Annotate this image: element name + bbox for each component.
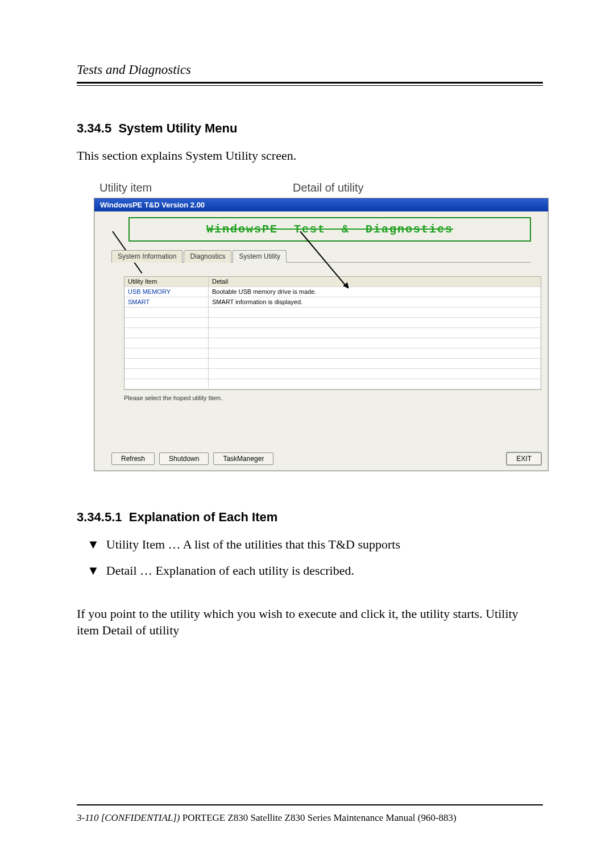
window-titlebar: WindowsPE T&D Version 2.00 [94,198,548,211]
note-paragraph: If you point to the utility which you wi… [77,605,543,639]
taskmanager-button[interactable]: TaskManeger [213,452,273,465]
footer-rule [77,804,543,805]
triangle-icon: ▼ [87,537,99,552]
tab-system-utility[interactable]: System Utility [233,250,287,263]
figure-system-utility: Utility item Detail of utility WindowsPE… [94,181,549,471]
section-title: System Utility Menu [118,121,237,135]
bullet-text: Detail … Explanation of each utility is … [106,563,354,578]
section-intro: This section explains System Utility scr… [77,147,543,164]
subsection-title: Explanation of Each Item [129,510,278,524]
footer-page-ref: 3-110 [CONFIDENTIAL]) [77,812,180,823]
dialog-window: WindowsPE T&D Version 2.00 WindowsPE Tes… [94,198,549,471]
table-row [125,318,541,328]
table-row [125,328,541,338]
bullet-text: Utility Item … A list of the utilities t… [106,537,400,552]
section-number: 3.34.5 [77,121,111,135]
page-footer: 3-110 [CONFIDENTIAL]) PORTEGE Z830 Satel… [77,812,543,824]
callout-detail: Detail of utility [293,181,364,194]
cell-usb-memory[interactable]: USB MEMORY [125,287,209,297]
list-item: ▼ Utility Item … A list of the utilities… [87,537,543,552]
table-row [125,308,541,318]
triangle-icon: ▼ [87,563,99,578]
table-row [125,379,541,389]
col-header-detail: Detail [209,277,541,286]
banner: WindowsPE Test & Diagnostics [128,217,531,242]
cell-smart-detail: SMART information is displayed. [209,297,541,307]
refresh-button[interactable]: Refresh [111,452,155,465]
cell-smart[interactable]: SMART [125,297,209,307]
subsection-heading: 3.34.5.1 Explanation of Each Item [77,510,543,525]
shutdown-button[interactable]: Shutdown [159,452,209,465]
running-header: Tests and Diagnostics [77,63,543,81]
utility-table: Utility Item Detail USB MEMORY Bootable … [124,276,541,390]
select-message: Please select the hoped utility Item. [124,394,531,401]
cell-usb-memory-detail: Bootable USB memory drive is made. [209,287,541,297]
table-row[interactable]: USB MEMORY Bootable USB memory drive is … [125,287,541,297]
callout-utility-item: Utility item [99,181,293,194]
subsection-number: 3.34.5.1 [77,510,122,524]
table-header-row: Utility Item Detail [125,277,541,287]
table-row [125,359,541,369]
exit-button[interactable]: EXIT [507,452,541,465]
explanation-list: ▼ Utility Item … A list of the utilities… [77,537,543,578]
footer-manual-name: PORTEGE Z830 Satellite Z830 Series Maint… [180,812,457,823]
col-header-utility-item: Utility Item [125,277,209,286]
tab-diagnostics[interactable]: Diagnostics [184,250,231,263]
table-row [125,369,541,379]
table-row[interactable]: SMART SMART information is displayed. [125,297,541,308]
section-heading: 3.34.5 System Utility Menu [77,121,543,136]
list-item: ▼ Detail … Explanation of each utility i… [87,563,543,578]
header-rule [77,82,543,86]
table-row [125,338,541,348]
table-row [125,348,541,359]
banner-text: WindowsPE Test & Diagnostics [136,223,523,236]
tab-system-information[interactable]: System Information [111,250,182,263]
